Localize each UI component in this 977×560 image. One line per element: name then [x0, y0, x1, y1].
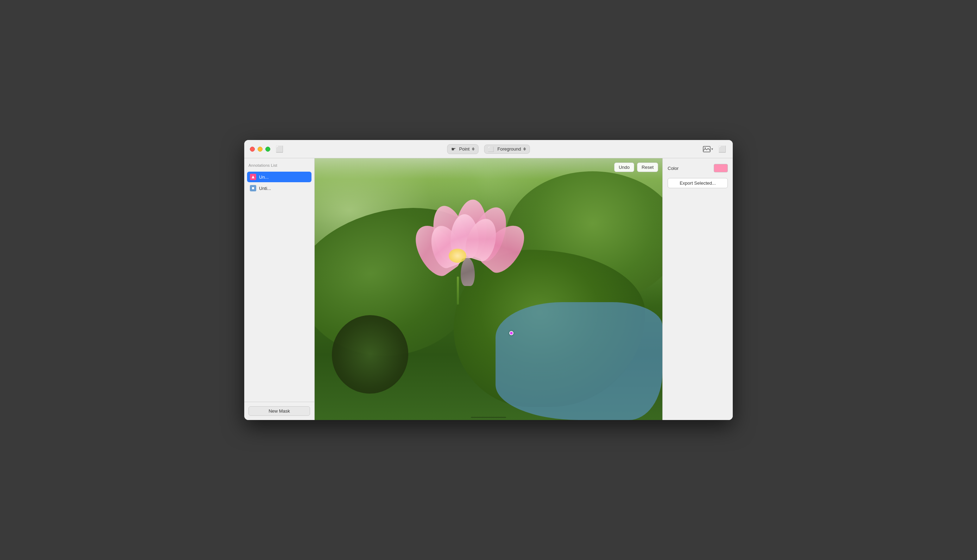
- foreground-tool-arrows: [523, 147, 526, 150]
- titlebar-center: ☛ Point ⬜ Foreground: [447, 144, 530, 154]
- annotation-icon-1: [250, 174, 256, 180]
- main-window: ⬜ ☛ Point ⬜ Foreground: [244, 140, 733, 420]
- color-row: Color: [668, 164, 728, 172]
- reset-button[interactable]: Reset: [637, 163, 658, 172]
- left-sidebar-toggle[interactable]: ⬜: [274, 146, 284, 153]
- foreground-tool-button[interactable]: ⬜ Foreground: [484, 145, 530, 154]
- titlebar: ⬜ ☛ Point ⬜ Foreground: [244, 140, 733, 158]
- image-icon: [703, 146, 711, 152]
- arrow-up-icon: [523, 147, 526, 149]
- annotation-name-1: Un...: [259, 175, 269, 180]
- annotation-name-2: Unti...: [259, 186, 271, 191]
- close-button[interactable]: [250, 147, 255, 152]
- blue-mask-overlay: [496, 302, 662, 420]
- foreground-icon: ⬜: [488, 146, 494, 152]
- svg-rect-3: [252, 187, 254, 189]
- annotations-list-header: Annotations List: [249, 163, 277, 167]
- image-toolbar: Undo Reset: [614, 163, 658, 172]
- flower-stem: [457, 277, 459, 305]
- maximize-button[interactable]: [266, 147, 270, 152]
- annotation-item-2[interactable]: Unti...: [247, 183, 311, 193]
- sidebar-icon: ⬜: [276, 145, 283, 153]
- point-tool-label: Point: [459, 146, 470, 152]
- lotus-flower: [412, 190, 504, 288]
- sidebar-right-icon: ⬜: [718, 145, 726, 153]
- export-selected-button[interactable]: Export Selected...: [668, 178, 728, 188]
- annotation-item-1[interactable]: Un...: [247, 172, 311, 182]
- arrow-up-icon: [472, 147, 474, 149]
- foreground-tool-label: Foreground: [497, 146, 521, 152]
- point-tool-button[interactable]: ☛ Point: [447, 144, 479, 154]
- scroll-indicator: [471, 417, 506, 418]
- media-picker-button[interactable]: ▾: [703, 146, 713, 152]
- titlebar-right: ▾ ⬜: [703, 146, 727, 153]
- minimize-button[interactable]: [258, 147, 262, 152]
- canvas-area: Undo Reset: [315, 158, 662, 420]
- color-swatch[interactable]: [714, 164, 728, 172]
- right-sidebar-toggle[interactable]: ⬜: [717, 146, 727, 153]
- arrow-down-icon: [472, 149, 474, 150]
- annotations-list: Un... Unti...: [244, 170, 314, 402]
- point-tool-arrows: [472, 147, 474, 150]
- image-container[interactable]: Undo Reset: [315, 158, 662, 420]
- svg-marker-2: [252, 175, 254, 178]
- left-sidebar: Annotations List Un...: [244, 158, 315, 420]
- annotation-icon-2: [250, 185, 256, 192]
- image-scene: [315, 158, 662, 420]
- svg-point-1: [705, 147, 706, 148]
- traffic-lights: [250, 147, 270, 152]
- main-layout: Annotations List Un...: [244, 158, 733, 420]
- annotation-marker-icon-2: [251, 187, 255, 190]
- color-label: Color: [668, 166, 678, 171]
- undo-button[interactable]: Undo: [614, 163, 634, 172]
- annotation-marker-icon-1: [251, 175, 255, 179]
- point-icon: ☛: [451, 146, 456, 152]
- sidebar-header: Annotations List: [244, 158, 314, 170]
- right-panel: Color Export Selected...: [662, 158, 733, 420]
- arrow-down-icon: [523, 149, 526, 150]
- chevron-down-icon: ▾: [711, 147, 713, 151]
- sidebar-bottom: New Mask: [244, 402, 314, 420]
- new-mask-button[interactable]: New Mask: [249, 406, 310, 416]
